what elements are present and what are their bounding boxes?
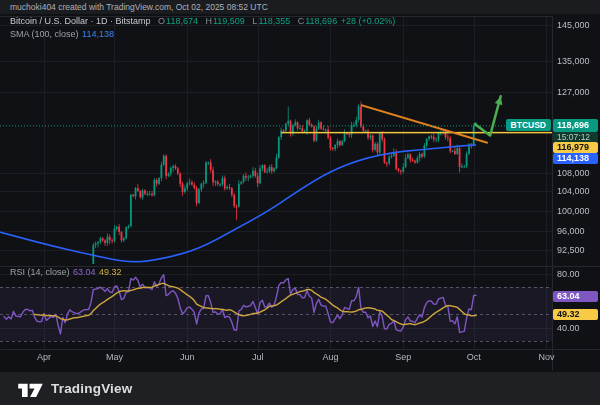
- ohlc-change-value: +28 (+0.02%): [341, 16, 396, 26]
- last-price-badge: 118,696: [553, 119, 598, 132]
- ohlc-high-key: H: [205, 16, 212, 26]
- ohlc-open-value: 118,674: [166, 16, 198, 26]
- ohlc-open-key: O: [158, 16, 165, 26]
- price-tick-label: 108,000: [557, 168, 590, 178]
- month-label: Nov: [538, 352, 554, 362]
- ohlc-close-value: 118,696: [305, 16, 337, 26]
- price-tick-label: 127,000: [557, 87, 590, 97]
- tradingview-logo-icon[interactable]: [17, 380, 44, 397]
- price-tick-label: 100,000: [557, 206, 590, 216]
- tradingview-snapshot: muchoki404 created with TradingView.com,…: [0, 0, 600, 405]
- month-label: Apr: [37, 352, 51, 362]
- rsi-legend-label[interactable]: RSI (14, close): [10, 267, 70, 277]
- legend-main: Bitcoin / U.S. Dollar · 1D · Bitstamp O1…: [10, 16, 395, 40]
- chart-canvas[interactable]: [0, 0, 600, 405]
- legend-rsi: RSI (14, close) 63.04 49.32: [10, 267, 122, 278]
- price-tick-label: 135,000: [557, 56, 590, 66]
- rsi-value-badge: 63.04: [553, 291, 598, 302]
- rsi-ma-legend-value: 49.32: [99, 267, 122, 277]
- price-tick-label: 92,500: [557, 245, 585, 255]
- rsi-legend-value: 63.04: [73, 267, 96, 277]
- ohlc-low-value: 118,355: [258, 16, 290, 26]
- ohlc-low-key: L: [252, 16, 257, 26]
- sma-legend-value: 114,138: [82, 29, 114, 39]
- ohlc-close-key: C: [298, 16, 305, 26]
- sma-legend-label[interactable]: SMA (100, close): [10, 29, 79, 39]
- brand-name[interactable]: TradingView: [51, 381, 132, 396]
- month-label: May: [106, 352, 123, 362]
- attribution-bar: muchoki404 created with TradingView.com,…: [0, 0, 600, 14]
- rsi-tick-label: 40.00: [557, 323, 580, 333]
- chart-area[interactable]: Bitcoin / U.S. Dollar · 1D · Bitstamp O1…: [0, 0, 600, 405]
- price-tick-label: 96,000: [557, 226, 585, 236]
- month-label: Jun: [180, 352, 195, 362]
- hline-price-badge: 116,979: [553, 142, 598, 153]
- ohlc-high-value: 119,509: [213, 16, 245, 26]
- month-label: Aug: [322, 352, 338, 362]
- rsi-ma-value-badge: 49.32: [553, 309, 598, 320]
- symbol-price-label: BTCUSD: [506, 119, 551, 131]
- price-tick-label: 104,000: [557, 186, 590, 196]
- month-label: Sep: [395, 352, 411, 362]
- price-tick-label: 145,000: [557, 20, 590, 30]
- month-label: Oct: [467, 352, 481, 362]
- sma-price-badge: 114,138: [553, 153, 598, 164]
- rsi-tick-label: 80.00: [557, 269, 580, 279]
- symbol-title[interactable]: Bitcoin / U.S. Dollar · 1D · Bitstamp: [10, 16, 151, 26]
- countdown-badge: 15:07:12: [553, 132, 598, 142]
- footer-bar: TradingView: [0, 372, 600, 405]
- month-label: Jul: [252, 352, 264, 362]
